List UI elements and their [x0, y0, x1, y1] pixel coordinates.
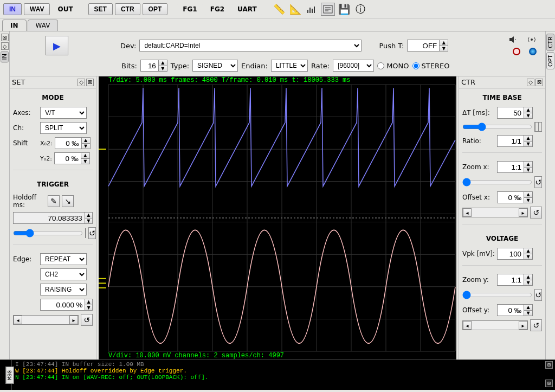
edge-reset-icon[interactable]: ↺	[81, 314, 93, 326]
zoomx-input[interactable]	[497, 161, 524, 173]
zoomy-input[interactable]	[497, 274, 524, 286]
blue-led	[529, 48, 537, 55]
svg-rect-3	[314, 7, 315, 13]
endian-label: Endian:	[241, 62, 268, 70]
offx-scroll[interactable]: ◂▸	[462, 208, 528, 217]
offy-scroll[interactable]: ◂▸	[462, 320, 528, 330]
pin-icon[interactable]: ◇	[1, 42, 9, 50]
offy-reset-icon[interactable]: ↺	[530, 319, 542, 331]
bars-icon[interactable]	[305, 3, 319, 16]
stereo-radio[interactable]: STEREO	[412, 62, 450, 70]
ctr-title: CTR	[461, 78, 475, 86]
main-toolbar: IN WAV OUT SET CTR OPT FG1 FG2 UART 📏 📐 …	[0, 0, 555, 18]
set-title: SET	[12, 78, 25, 86]
ctr-panel: CTR ◇⊠ TIME BASE ΔT [ms]:▲▼ Ratio:▲▼ Zoo…	[459, 76, 545, 359]
uart-button[interactable]: UART	[232, 4, 262, 15]
rate-label: Rate:	[311, 62, 330, 70]
trigger-header: TRIGGER	[13, 178, 93, 190]
set-button[interactable]: SET	[88, 3, 113, 15]
tab-in[interactable]: IN	[2, 20, 27, 31]
holdoff-reset-icon[interactable]: ↺	[88, 227, 96, 239]
right-tab-opt[interactable]: OPT	[546, 52, 554, 69]
type-label: Type:	[171, 62, 189, 70]
dev-label: Dev:	[120, 42, 136, 50]
edge-pct-input[interactable]	[40, 299, 85, 311]
svg-marker-8	[509, 36, 514, 43]
device-select[interactable]: default:CARD=Intel	[139, 40, 362, 52]
oscilloscope-display[interactable]: T/div: 5.000 ms frames: 4800 T/frame: 0.…	[99, 76, 456, 359]
vpk-input[interactable]	[497, 248, 524, 260]
right-tab-ctr[interactable]: CTR	[546, 34, 554, 51]
bits-select[interactable]	[140, 60, 159, 72]
y02-input[interactable]	[54, 152, 81, 164]
in-button[interactable]: IN	[3, 3, 22, 15]
mode-header: MODE	[13, 92, 93, 104]
ruler-icon[interactable]: 📐	[288, 3, 302, 16]
push-label: Push T:	[379, 42, 404, 50]
offy-input[interactable]	[497, 304, 524, 316]
rate-select[interactable]: [96000]	[333, 60, 374, 72]
holdoff-value	[13, 212, 85, 224]
out-button[interactable]: OUT	[52, 4, 78, 15]
ctr-button[interactable]: CTR	[115, 3, 140, 15]
svg-point-9	[531, 38, 533, 41]
device-bar: ▶ Dev: default:CARD=Intel Push T: ▲▼	[10, 31, 545, 76]
type-select[interactable]: SIGNED	[192, 60, 238, 72]
undock-icon[interactable]: ◇	[78, 79, 85, 86]
edge-dir-select[interactable]: RAISING	[40, 284, 87, 295]
right-strip: CTR OPT	[545, 31, 555, 359]
opt-button[interactable]: OPT	[143, 3, 168, 15]
endian-select[interactable]: LITTLE	[271, 60, 308, 72]
speaker-icon	[508, 36, 518, 43]
x02-input[interactable]	[55, 137, 82, 149]
close-icon[interactable]: ⊠	[535, 79, 543, 86]
msg-tab[interactable]: MSG	[6, 366, 14, 383]
push-value[interactable]	[407, 40, 440, 52]
holdoff-tool2-icon[interactable]: ↘	[62, 195, 74, 207]
dt-slider[interactable]	[462, 122, 532, 132]
ratio-input[interactable]	[497, 135, 524, 147]
svg-rect-1	[309, 8, 311, 13]
zoomx-reset-icon[interactable]: ↺	[534, 176, 542, 188]
ch-select[interactable]: SPLIT	[40, 122, 87, 134]
save-icon[interactable]: 💾	[337, 3, 351, 16]
bits-label: Bits:	[121, 62, 137, 70]
console-pin-icon[interactable]: ⊠	[545, 380, 553, 387]
set-panel: SET ◇⊠ MODE Axes:V/T Ch:SPLIT ShiftX₀2:▲…	[10, 76, 96, 359]
edge-scroll[interactable]: ◂▸	[13, 315, 79, 325]
scope-bottom-readout: V/div: 10.000 mV channels: 2 samples/ch:…	[108, 352, 454, 359]
antenna-icon	[527, 36, 537, 43]
wav-button[interactable]: WAV	[24, 3, 50, 15]
fg1-button[interactable]: FG1	[177, 4, 202, 15]
fg2-button[interactable]: FG2	[205, 4, 230, 15]
holdoff-slider[interactable]	[13, 228, 83, 238]
close-icon[interactable]: ⊠	[86, 79, 94, 86]
message-console: MSG I [23:47:44] IN buffer size: 1.00 MB…	[0, 359, 555, 390]
left-tab-in[interactable]: IN	[1, 51, 9, 62]
axes-select[interactable]: V/T	[40, 107, 87, 119]
measure-icon[interactable]: 📏	[272, 3, 286, 16]
tab-strip: IN WAV	[0, 18, 555, 31]
offx-reset-icon[interactable]: ↺	[530, 207, 542, 219]
log-line-1: [23:47:44] IN buffer size: 1.00 MB	[22, 361, 144, 368]
console-close-icon[interactable]: ⊠	[545, 361, 553, 369]
zoomy-reset-icon[interactable]: ↺	[534, 289, 542, 301]
undock-icon[interactable]: ◇	[527, 79, 534, 86]
offx-input[interactable]	[497, 191, 524, 203]
mono-radio[interactable]: MONO	[377, 62, 409, 70]
edge-ch-select[interactable]: CH2	[40, 268, 87, 280]
tab-wav[interactable]: WAV	[28, 20, 59, 31]
close-icon[interactable]: ⊠	[1, 34, 9, 41]
play-button[interactable]: ▶	[46, 36, 68, 55]
dt-input[interactable]	[497, 107, 524, 119]
timebase-header: TIME BASE	[462, 92, 542, 104]
info-icon[interactable]: ⓘ	[353, 3, 367, 16]
zoomx-slider[interactable]	[462, 177, 532, 187]
svg-rect-0	[307, 10, 308, 13]
notes-icon[interactable]	[321, 3, 335, 16]
zoomy-slider[interactable]	[462, 290, 532, 300]
left-strip: ⊠ ◇ IN	[0, 31, 10, 359]
log-line-2: [23:47:44] Holdoff overridden by Edge tr…	[22, 368, 187, 374]
edge-select[interactable]: REPEAT	[40, 253, 87, 265]
holdoff-tool1-icon[interactable]: ✎	[48, 195, 60, 207]
